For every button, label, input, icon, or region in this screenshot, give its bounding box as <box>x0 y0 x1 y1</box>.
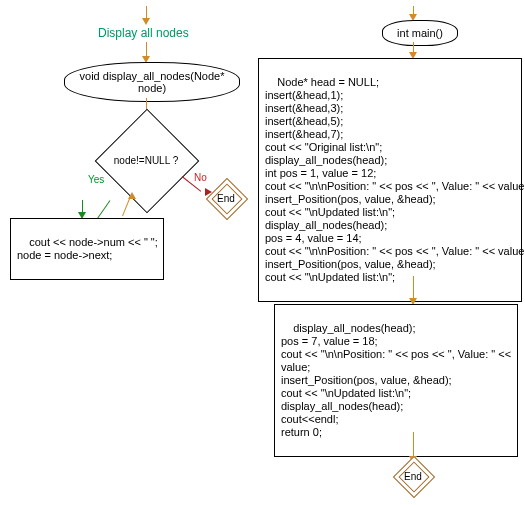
end-node-left: End <box>212 184 240 212</box>
end-node-right: End <box>399 462 427 490</box>
start-node-left: void display_all_nodes(Node* node) <box>64 62 240 102</box>
decision-node: node!=NULL ? <box>110 124 182 196</box>
arrow-head-down-icon <box>142 18 150 25</box>
end-text-right: End <box>399 462 427 490</box>
start-node-right-text: int main() <box>397 27 443 39</box>
code-block-1: Node* head = NULL; insert(&head,1); inse… <box>258 58 522 302</box>
no-label: No <box>194 172 207 183</box>
loop-body-node: cout << node->num << " "; node = node->n… <box>10 218 164 280</box>
arrow <box>146 42 147 56</box>
arrow <box>413 276 414 298</box>
arrow <box>146 6 147 18</box>
arrow <box>413 432 414 456</box>
code-block-2: display_all_nodes(head); pos = 7, value … <box>274 304 518 457</box>
end-text-left: End <box>212 184 240 212</box>
arrow <box>82 200 83 212</box>
arrow-head-up-icon <box>128 192 136 199</box>
decision-text: node!=NULL ? <box>110 124 182 196</box>
code-block-2-text: display_all_nodes(head); pos = 7, value … <box>281 322 511 438</box>
start-node-right: int main() <box>382 20 458 46</box>
start-node-left-text: void display_all_nodes(Node* node) <box>71 70 233 94</box>
code-block-1-text: Node* head = NULL; insert(&head,1); inse… <box>265 76 525 283</box>
loop-body-text: cout << node->num << " "; node = node->n… <box>17 236 158 261</box>
yes-label: Yes <box>88 174 104 185</box>
arrow <box>413 6 414 14</box>
flow-title: Display all nodes <box>98 26 189 40</box>
arrow <box>413 42 414 52</box>
flowchart-canvas: Display all nodes void display_all_nodes… <box>0 0 525 505</box>
